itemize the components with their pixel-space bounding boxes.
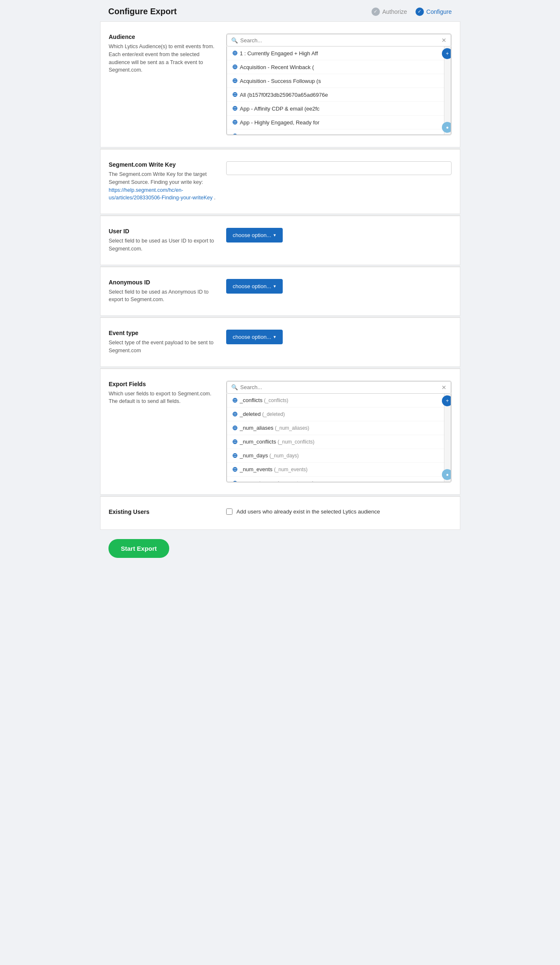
segment-key-left: Segment.com Write Key The Segment.com Wr… <box>109 161 226 202</box>
item-label: All (b157f0f23db259670a65ad6976e <box>240 92 328 98</box>
fields-scroll-down-button[interactable]: ● <box>442 469 451 480</box>
list-item[interactable]: ⊕ _num_events (_num_events) <box>227 463 451 477</box>
add-icon: ⊕ <box>232 411 237 418</box>
export-fields-search-icon: 🔍 <box>231 384 238 390</box>
item-label: _num_days (_num_days) <box>240 452 299 459</box>
existing-users-right: Add users who already exist in the selec… <box>226 508 452 515</box>
add-icon: ⊕ <box>232 105 237 112</box>
list-item[interactable]: ⊕ All (b157f0f23db259670a65ad6976e <box>227 88 451 102</box>
list-item[interactable]: ⊕ _num_aliases (_num_aliases) <box>227 421 451 435</box>
item-label: _conflicts (_conflicts) <box>240 397 289 403</box>
list-item[interactable]: ⊕ 1 : Currently Engaged + High Aff <box>227 46 451 60</box>
authorize-step-label: Authorize <box>382 8 407 15</box>
item-label: Acquisition - Recent Winback ( <box>240 64 314 70</box>
add-icon: ⊕ <box>232 91 237 98</box>
anonymous-id-desc: Select field to be used as Anonymous ID … <box>109 288 216 304</box>
audience-right: 🔍 ✕ ⊕ 1 : Currently Engaged + High Aff ⊕ <box>226 34 452 135</box>
header-steps: ✓ Authorize ✓ Configure <box>372 8 452 16</box>
existing-users-checkbox-label[interactable]: Add users who already exist in the selec… <box>226 508 452 515</box>
anonymous-id-right: choose option... ▾ <box>226 279 452 294</box>
list-item[interactable]: ⊕ _deleted (_deleted) <box>227 408 451 421</box>
fields-scroll-up-button[interactable]: + <box>442 395 451 406</box>
add-icon: ⊕ <box>232 133 237 134</box>
segment-key-right <box>226 161 452 175</box>
configure-step-icon: ✓ <box>415 8 424 16</box>
scroll-down-button[interactable]: ● <box>442 122 451 133</box>
add-icon: ⊕ <box>232 77 237 84</box>
event-type-choose-button[interactable]: choose option... ▾ <box>226 330 283 344</box>
segment-key-section: Segment.com Write Key The Segment.com Wr… <box>100 149 460 214</box>
anonymous-id-left: Anonymous ID Select field to be used as … <box>109 279 226 304</box>
audience-list-inner: ⊕ 1 : Currently Engaged + High Aff ⊕ Acq… <box>227 46 451 134</box>
anonymous-id-title: Anonymous ID <box>109 279 216 286</box>
audience-clear-icon[interactable]: ✕ <box>441 37 446 44</box>
event-type-chevron-icon: ▾ <box>274 334 276 340</box>
list-item[interactable]: ⊕ App - Affinity CDP & email (ee2fc <box>227 102 451 116</box>
authorize-step-icon: ✓ <box>372 8 380 16</box>
list-item[interactable]: ⊕ _num_streams (_num_streams) <box>227 477 451 482</box>
existing-users-section: Existing Users Add users who already exi… <box>100 496 460 530</box>
user-id-chevron-icon: ▾ <box>274 232 276 238</box>
audience-desc: Which Lytics Audience(s) to emit events … <box>109 43 216 74</box>
export-fields-clear-icon[interactable]: ✕ <box>441 384 446 391</box>
event-type-left: Event type Select type of the event payl… <box>109 330 226 355</box>
add-icon: ⊕ <box>232 64 237 70</box>
list-item[interactable]: ⊕ Acquisition - Success Followup (s <box>227 74 451 88</box>
item-label: App - Highly Engaged, Ready for <box>240 119 320 126</box>
list-item[interactable]: ⊕ Acquisition - Recent Winback ( <box>227 60 451 74</box>
user-id-choose-label: choose option... <box>233 232 271 238</box>
anonymous-id-chevron-icon: ▾ <box>274 284 276 289</box>
item-label: _num_conflicts (_num_conflicts) <box>240 439 315 445</box>
item-label: _num_events (_num_events) <box>240 466 308 472</box>
page-header: Configure Export ✓ Authorize ✓ Configure <box>100 0 460 21</box>
page-title: Configure Export <box>108 7 177 16</box>
segment-key-link[interactable]: https://help.segment.com/hc/en-us/articl… <box>109 187 213 201</box>
segment-key-title: Segment.com Write Key <box>109 161 216 168</box>
list-item[interactable]: ⊕ _num_days (_num_days) <box>227 449 451 463</box>
item-label: App - Affinity CDP & email (ee2fc <box>240 106 320 112</box>
list-item[interactable]: ⊕ App - Recent Helpdesk support ( <box>227 129 451 134</box>
start-export-button[interactable]: Start Export <box>108 539 170 558</box>
configure-step-label: Configure <box>426 8 452 15</box>
export-fields-search-input[interactable] <box>240 384 441 390</box>
step-configure: ✓ Configure <box>415 8 452 16</box>
user-id-title: User ID <box>109 228 216 235</box>
export-fields-dropdown-list: ⊕ _conflicts (_conflicts) ⊕ _deleted (_d… <box>227 394 451 482</box>
existing-users-title: Existing Users <box>109 508 216 515</box>
audience-search-input[interactable] <box>240 37 441 44</box>
export-fields-scroll-area: ⊕ _conflicts (_conflicts) ⊕ _deleted (_d… <box>227 394 451 482</box>
user-id-left: User ID Select field to be used as User … <box>109 228 226 253</box>
export-fields-right: 🔍 ✕ ⊕ _conflicts (_conflicts) ⊕ <box>226 381 452 482</box>
scroll-up-button[interactable]: + <box>442 48 451 59</box>
audience-search-box[interactable]: 🔍 ✕ <box>227 34 451 46</box>
export-fields-list-inner: ⊕ _conflicts (_conflicts) ⊕ _deleted (_d… <box>227 394 451 482</box>
footer: Start Export <box>100 531 460 566</box>
add-icon: ⊕ <box>232 50 237 57</box>
audience-search-icon: 🔍 <box>231 37 238 44</box>
list-item[interactable]: ⊕ _num_conflicts (_num_conflicts) <box>227 435 451 449</box>
anonymous-id-choose-label: choose option... <box>233 283 271 289</box>
item-label: Acquisition - Success Followup (s <box>240 78 321 84</box>
user-id-choose-button[interactable]: choose option... ▾ <box>226 228 283 243</box>
export-fields-wrapper: 🔍 ✕ ⊕ _conflicts (_conflicts) ⊕ <box>226 381 452 482</box>
export-fields-section: Export Fields Which user fields to expor… <box>100 369 460 495</box>
item-label: _num_aliases (_num_aliases) <box>240 425 310 431</box>
list-item[interactable]: ⊕ App - Highly Engaged, Ready for <box>227 116 451 129</box>
anonymous-id-choose-button[interactable]: choose option... ▾ <box>226 279 283 294</box>
add-icon: ⊕ <box>232 480 237 482</box>
user-id-section: User ID Select field to be used as User … <box>100 216 460 265</box>
add-icon: ⊕ <box>232 466 237 473</box>
segment-key-input[interactable] <box>226 161 452 175</box>
export-fields-search-box[interactable]: 🔍 ✕ <box>227 381 451 394</box>
event-type-right: choose option... ▾ <box>226 330 452 344</box>
list-item[interactable]: ⊕ _conflicts (_conflicts) <box>227 394 451 408</box>
user-id-desc: Select field to be used as User ID to ex… <box>109 237 216 253</box>
existing-users-checkbox[interactable] <box>226 508 232 515</box>
item-label: _num_streams (_num_streams) <box>240 480 314 482</box>
export-fields-desc: Which user fields to export to Segment.c… <box>109 390 216 406</box>
add-icon: ⊕ <box>232 397 237 404</box>
event-type-section: Event type Select type of the event payl… <box>100 317 460 367</box>
existing-users-left: Existing Users <box>109 508 226 518</box>
event-type-desc: Select type of the event payload to be s… <box>109 339 216 355</box>
segment-key-desc: The Segment.com Write Key for the target… <box>109 170 216 202</box>
